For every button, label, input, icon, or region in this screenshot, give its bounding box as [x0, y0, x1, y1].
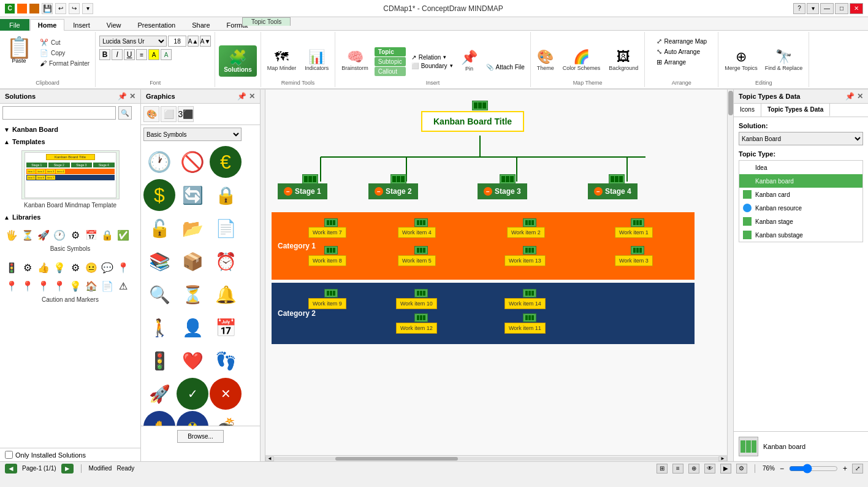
graphics-item-check[interactable]: ✓ [177, 378, 208, 410]
zoom-out-btn[interactable]: − [780, 464, 784, 473]
boundary-button[interactable]: ⬜ Boundary ▾ [409, 62, 455, 70]
type-idea[interactable]: Idea [739, 161, 862, 174]
italic-button[interactable]: I [112, 49, 123, 60]
cut-button[interactable]: ✂️Cut [38, 38, 91, 47]
stage-2[interactable]: − Stage 2 [368, 183, 418, 199]
stage-3-collapse[interactable]: − [484, 187, 492, 196]
tab-topic-types-data[interactable]: Topic Types & Data [761, 104, 830, 117]
status-icon-5[interactable]: ▶ [720, 464, 731, 474]
work-item-2[interactable]: Work item 2 [507, 227, 545, 238]
graphics-item-clock[interactable]: 🕐 [143, 146, 175, 178]
status-icon-6[interactable]: ⚙ [736, 464, 747, 474]
stage-4-collapse[interactable]: − [594, 187, 603, 196]
merge-topics-button[interactable]: ⊕ Merge Topics [722, 49, 760, 72]
graphics-item-person1[interactable]: 🚶 [143, 312, 175, 343]
graphics-close-btn[interactable]: ✕ [249, 92, 255, 101]
right-panel-close-btn[interactable]: ✕ [857, 92, 863, 101]
right-panel-pin-btn[interactable]: 📌 [845, 92, 855, 101]
brainstorm-button[interactable]: 🧠 Brainstorm [339, 49, 371, 72]
callout-button[interactable]: Callout [375, 67, 406, 76]
work-item-13[interactable]: Work item 13 [504, 255, 546, 266]
graphics-item-books[interactable]: 📚 [143, 245, 175, 277]
solutions-button[interactable]: 🧩 Solutions [219, 45, 257, 77]
graphics-tool-3d[interactable]: 3⬛ [178, 106, 194, 122]
work-item-9[interactable]: Work item 9 [308, 298, 346, 309]
work-item-4[interactable]: Work item 4 [398, 227, 436, 238]
status-icon-4[interactable]: 👁 [704, 464, 715, 474]
tab-view[interactable]: View [99, 19, 129, 31]
tab-presentation[interactable]: Presentation [129, 19, 183, 31]
templates-section[interactable]: ▲ Templates [2, 136, 138, 148]
stage-4[interactable]: − Stage 4 [588, 183, 638, 199]
minimize-btn[interactable]: — [820, 3, 834, 14]
graphics-item-bell[interactable]: 🔔 [210, 278, 242, 310]
zoom-slider[interactable] [789, 466, 838, 472]
graphics-item-search[interactable]: 🔍 [143, 278, 175, 310]
type-kanban-board[interactable]: Kanban board [739, 174, 862, 188]
type-kanban-stage[interactable]: Kanban stage [739, 215, 862, 228]
status-nav-right[interactable]: ► [61, 464, 74, 474]
canvas-bottom-scrollbar[interactable]: ◄ ► [265, 455, 727, 461]
text-align-btn[interactable]: ≡ [136, 49, 147, 60]
topic-button[interactable]: Topic [375, 47, 406, 56]
graphics-pin-btn[interactable]: 📌 [237, 92, 246, 101]
graphics-item-alarm[interactable]: ⏰ [210, 245, 242, 277]
graphics-item-traffic[interactable]: 🚦 [143, 345, 175, 377]
canvas-area[interactable]: Kanban Board Title − Stage 1 [261, 90, 733, 461]
font-shrink-btn[interactable]: A▼ [200, 36, 211, 47]
relation-button[interactable]: ↗ Relation ▾ [409, 53, 455, 61]
graphics-item-ban[interactable]: 🚫 [177, 146, 208, 178]
status-icon-3[interactable]: ⊕ [688, 464, 699, 474]
kanban-board-section[interactable]: ▼ Kanban Board [2, 123, 138, 136]
rearrange-map-button[interactable]: ⤢ Rearrange Map [655, 37, 709, 46]
graphics-item-refresh[interactable]: 🔄 [177, 179, 208, 211]
solutions-pin-btn[interactable]: 📌 [118, 92, 127, 101]
scroll-left-btn[interactable]: ◄ [265, 456, 274, 461]
close-btn[interactable]: ✕ [850, 3, 863, 14]
stage-2-collapse[interactable]: − [375, 187, 383, 196]
tab-icons[interactable]: Icons [734, 104, 761, 117]
graphics-item-rocket[interactable]: 🚀 [143, 378, 175, 410]
help-btn[interactable]: ? [793, 3, 805, 14]
quick-access-redo[interactable]: ↪ [69, 3, 80, 14]
graphics-item-lock-closed[interactable]: 🔒 [210, 179, 242, 211]
work-item-3[interactable]: Work item 3 [615, 255, 653, 266]
kanban-board-title[interactable]: Kanban Board Title [421, 111, 524, 132]
type-kanban-card[interactable]: Kanban card [739, 188, 862, 201]
quick-access-more[interactable]: ▾ [82, 3, 93, 14]
maximize-btn[interactable]: □ [835, 3, 848, 14]
solutions-search-btn[interactable]: 🔍 [118, 106, 132, 120]
status-icon-2[interactable]: ≡ [672, 464, 683, 474]
tab-share[interactable]: Share [184, 19, 218, 31]
stage-1[interactable]: − Stage 1 [278, 183, 327, 199]
status-nav-left[interactable]: ◄ [5, 464, 17, 474]
graphics-item-footprint[interactable]: 👣 [210, 345, 242, 377]
kanban-template-item[interactable]: Kanban Board Title Stage 1 Stage 2 Stage… [2, 148, 138, 211]
ribbon-collapse-btn[interactable]: ▾ [807, 3, 819, 14]
copy-button[interactable]: 📄Copy [38, 48, 91, 58]
graphics-item-euro[interactable]: € [210, 146, 242, 178]
auto-arrange-button[interactable]: ⤡ Auto Arrange [655, 47, 702, 56]
quick-access-save[interactable]: 💾 [42, 3, 53, 14]
libraries-section[interactable]: ▲ Libraries [2, 211, 138, 223]
work-item-14[interactable]: Work item 14 [504, 298, 546, 309]
work-item-10[interactable]: Work item 10 [396, 298, 437, 309]
graphics-item-heart[interactable]: ❤️ [177, 345, 208, 377]
font-grow-btn[interactable]: A▲ [188, 36, 199, 47]
graphics-item-lock-open[interactable]: 🔓 [143, 212, 175, 244]
zoom-in-btn[interactable]: + [843, 464, 847, 473]
graphics-item-hourglass[interactable]: ⏳ [177, 278, 208, 310]
stage-3[interactable]: − Stage 3 [478, 183, 527, 199]
font-size-input[interactable] [168, 36, 186, 47]
work-item-8[interactable]: Work item 8 [308, 255, 346, 266]
graphics-item-bomb[interactable]: 💣 [210, 411, 242, 426]
work-item-1[interactable]: Work item 1 [615, 227, 653, 238]
work-item-5[interactable]: Work item 5 [398, 255, 436, 266]
type-kanban-substage[interactable]: Kanban substage [739, 228, 862, 242]
graphics-tool-color[interactable]: 🎨 [143, 106, 159, 122]
arrange-button[interactable]: ⊞ Arrange [655, 58, 688, 67]
graphics-item-cross[interactable]: ✕ [210, 378, 242, 410]
work-item-7[interactable]: Work item 7 [308, 227, 346, 238]
stage-1-collapse[interactable]: − [284, 187, 292, 196]
subtopic-button[interactable]: Subtopic [375, 57, 406, 66]
